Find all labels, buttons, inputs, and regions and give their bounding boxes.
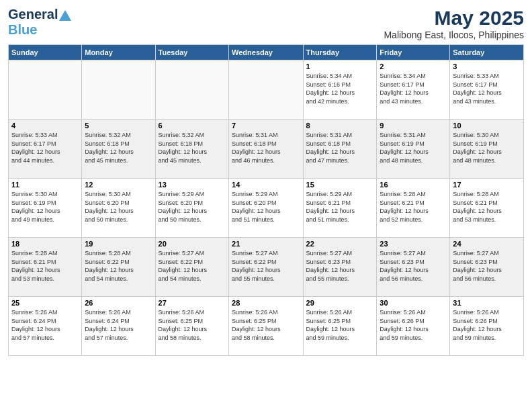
calendar-cell: 3Sunrise: 5:33 AM Sunset: 6:17 PM Daylig… [450,60,524,120]
day-number: 15 [306,181,374,189]
calendar-cell: 17Sunrise: 5:28 AM Sunset: 6:21 PM Dayli… [450,179,524,238]
day-number: 28 [232,299,300,307]
calendar-cell: 23Sunrise: 5:27 AM Sunset: 6:23 PM Dayli… [377,238,450,297]
day-info: Sunrise: 5:26 AM Sunset: 6:25 PM Dayligh… [159,308,226,342]
calendar-cell: 15Sunrise: 5:29 AM Sunset: 6:21 PM Dayli… [303,179,377,238]
calendar-week-3: 11Sunrise: 5:30 AM Sunset: 6:19 PM Dayli… [9,179,524,238]
day-info: Sunrise: 5:34 AM Sunset: 6:16 PM Dayligh… [306,72,374,105]
header-tuesday: Tuesday [155,45,228,60]
day-info: Sunrise: 5:26 AM Sunset: 6:25 PM Dayligh… [306,308,374,342]
day-number: 11 [11,181,79,189]
day-info: Sunrise: 5:26 AM Sunset: 6:24 PM Dayligh… [85,308,152,342]
calendar-cell: 19Sunrise: 5:28 AM Sunset: 6:22 PM Dayli… [82,238,155,297]
day-info: Sunrise: 5:30 AM Sunset: 6:20 PM Dayligh… [85,190,152,224]
calendar-cell [229,60,303,120]
day-info: Sunrise: 5:33 AM Sunset: 6:17 PM Dayligh… [11,131,79,165]
day-number: 23 [380,240,447,248]
day-number: 30 [380,299,447,307]
day-info: Sunrise: 5:26 AM Sunset: 6:26 PM Dayligh… [380,308,447,342]
day-info: Sunrise: 5:30 AM Sunset: 6:19 PM Dayligh… [11,190,79,224]
header-wednesday: Wednesday [229,45,303,60]
day-number: 14 [232,181,300,189]
day-number: 8 [306,122,374,130]
day-number: 6 [159,122,226,130]
day-info: Sunrise: 5:29 AM Sunset: 6:20 PM Dayligh… [159,190,226,224]
day-info: Sunrise: 5:27 AM Sunset: 6:23 PM Dayligh… [453,249,521,283]
day-number: 29 [306,299,374,307]
svg-marker-0 [59,10,71,21]
page-container: General Blue May 2025 Malibong East, Ilo… [0,0,532,363]
day-number: 19 [85,240,152,248]
logo-general: General [8,7,58,22]
calendar-cell: 25Sunrise: 5:26 AM Sunset: 6:24 PM Dayli… [9,297,82,356]
logo-icon [59,9,71,21]
day-info: Sunrise: 5:26 AM Sunset: 6:24 PM Dayligh… [11,308,79,342]
header-thursday: Thursday [303,45,377,60]
calendar-cell: 24Sunrise: 5:27 AM Sunset: 6:23 PM Dayli… [450,238,524,297]
calendar-cell: 18Sunrise: 5:28 AM Sunset: 6:21 PM Dayli… [9,238,82,297]
day-number: 7 [232,122,300,130]
day-number: 31 [453,299,521,307]
logo-blue: Blue [8,22,37,37]
calendar-week-5: 25Sunrise: 5:26 AM Sunset: 6:24 PM Dayli… [9,297,524,356]
day-info: Sunrise: 5:28 AM Sunset: 6:22 PM Dayligh… [85,249,152,283]
day-info: Sunrise: 5:31 AM Sunset: 6:18 PM Dayligh… [306,131,374,165]
calendar-cell [82,60,155,120]
day-number: 17 [453,181,521,189]
day-number: 21 [232,240,300,248]
header-monday: Monday [82,45,155,60]
calendar-cell: 11Sunrise: 5:30 AM Sunset: 6:19 PM Dayli… [9,179,82,238]
day-info: Sunrise: 5:32 AM Sunset: 6:18 PM Dayligh… [85,131,152,165]
day-number: 9 [380,122,447,130]
header-saturday: Saturday [450,45,524,60]
calendar-table: Sunday Monday Tuesday Wednesday Thursday… [8,44,524,356]
day-info: Sunrise: 5:26 AM Sunset: 6:26 PM Dayligh… [453,308,521,342]
day-number: 22 [306,240,374,248]
day-number: 25 [11,299,79,307]
day-info: Sunrise: 5:30 AM Sunset: 6:19 PM Dayligh… [453,131,521,165]
title-block: May 2025 Malibong East, Ilocos, Philippi… [384,7,524,40]
calendar-week-2: 4Sunrise: 5:33 AM Sunset: 6:17 PM Daylig… [9,120,524,179]
calendar-week-4: 18Sunrise: 5:28 AM Sunset: 6:21 PM Dayli… [9,238,524,297]
calendar-cell: 7Sunrise: 5:31 AM Sunset: 6:18 PM Daylig… [229,120,303,179]
day-info: Sunrise: 5:28 AM Sunset: 6:21 PM Dayligh… [11,249,79,283]
day-info: Sunrise: 5:27 AM Sunset: 6:22 PM Dayligh… [232,249,300,283]
calendar-cell: 26Sunrise: 5:26 AM Sunset: 6:24 PM Dayli… [82,297,155,356]
calendar-cell: 2Sunrise: 5:34 AM Sunset: 6:17 PM Daylig… [377,60,450,120]
day-number: 20 [159,240,226,248]
day-number: 5 [85,122,152,130]
header-sunday: Sunday [9,45,82,60]
calendar-cell: 8Sunrise: 5:31 AM Sunset: 6:18 PM Daylig… [303,120,377,179]
day-info: Sunrise: 5:31 AM Sunset: 6:18 PM Dayligh… [232,131,300,165]
day-number: 16 [380,181,447,189]
day-info: Sunrise: 5:27 AM Sunset: 6:23 PM Dayligh… [380,249,447,283]
calendar-subtitle: Malibong East, Ilocos, Philippines [384,30,524,40]
page-header: General Blue May 2025 Malibong East, Ilo… [8,7,524,40]
calendar-week-1: 1Sunrise: 5:34 AM Sunset: 6:16 PM Daylig… [9,60,524,120]
logo: General Blue [8,7,71,38]
calendar-cell: 20Sunrise: 5:27 AM Sunset: 6:22 PM Dayli… [155,238,228,297]
day-number: 24 [453,240,521,248]
calendar-cell: 12Sunrise: 5:30 AM Sunset: 6:20 PM Dayli… [82,179,155,238]
day-info: Sunrise: 5:27 AM Sunset: 6:23 PM Dayligh… [306,249,374,283]
day-number: 2 [380,62,447,71]
logo-line1: General [8,7,71,22]
calendar-cell: 6Sunrise: 5:32 AM Sunset: 6:18 PM Daylig… [155,120,228,179]
day-info: Sunrise: 5:31 AM Sunset: 6:19 PM Dayligh… [380,131,447,165]
logo-line2: Blue [8,22,37,38]
calendar-cell: 29Sunrise: 5:26 AM Sunset: 6:25 PM Dayli… [303,297,377,356]
day-info: Sunrise: 5:28 AM Sunset: 6:21 PM Dayligh… [453,190,521,224]
calendar-cell: 1Sunrise: 5:34 AM Sunset: 6:16 PM Daylig… [303,60,377,120]
calendar-cell: 14Sunrise: 5:29 AM Sunset: 6:20 PM Dayli… [229,179,303,238]
day-number: 18 [11,240,79,248]
day-number: 1 [306,62,374,71]
calendar-cell [155,60,228,120]
day-number: 12 [85,181,152,189]
calendar-cell: 22Sunrise: 5:27 AM Sunset: 6:23 PM Dayli… [303,238,377,297]
calendar-cell: 21Sunrise: 5:27 AM Sunset: 6:22 PM Dayli… [229,238,303,297]
day-info: Sunrise: 5:32 AM Sunset: 6:18 PM Dayligh… [159,131,226,165]
day-info: Sunrise: 5:27 AM Sunset: 6:22 PM Dayligh… [159,249,226,283]
calendar-title: May 2025 [384,7,524,30]
calendar-cell: 4Sunrise: 5:33 AM Sunset: 6:17 PM Daylig… [9,120,82,179]
header-friday: Friday [377,45,450,60]
